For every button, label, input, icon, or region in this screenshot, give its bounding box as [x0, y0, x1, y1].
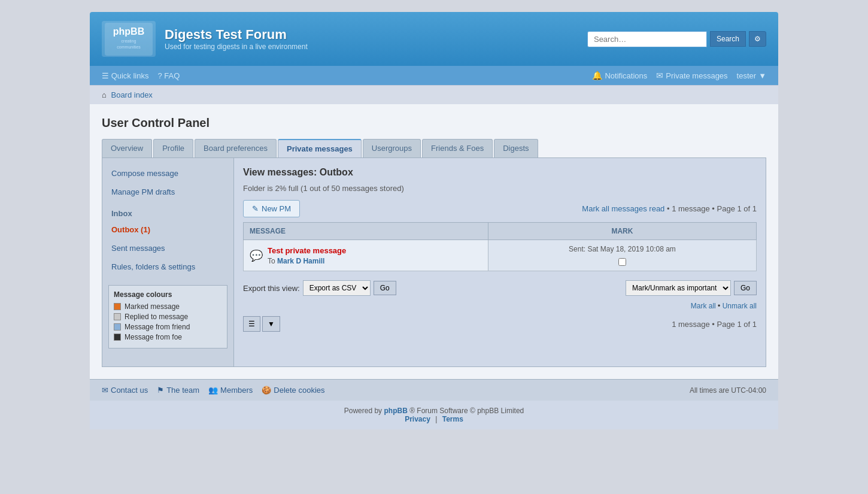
message-colours-legend: Message colours Marked message Replied t… [108, 285, 227, 348]
replied-color [114, 313, 121, 320]
tab-digests[interactable]: Digests [494, 139, 538, 157]
foe-label: Message from foe [125, 333, 182, 341]
faq-icon: ? [157, 71, 162, 80]
legend-foe: Message from foe [114, 333, 222, 341]
header: phpBB creating communities Digests Test … [90, 12, 778, 66]
content-panel: Compose message Manage PM drafts Inbox O… [102, 157, 766, 367]
export-left: Export this view: Export as CSV Go [243, 280, 396, 296]
action-buttons: ☰ ▼ [243, 316, 280, 332]
new-pm-icon: ✎ [252, 204, 259, 213]
sent-messages-link[interactable]: Sent messages [102, 239, 233, 257]
col-mark: MARK [488, 223, 756, 240]
bottom-controls: ☰ ▼ 1 message • Page 1 of 1 [243, 316, 757, 332]
legal-links: Privacy | Terms [96, 415, 772, 423]
contact-link[interactable]: ✉ Contact us [102, 386, 148, 395]
forum-title: Digests Test Forum [165, 27, 308, 43]
forum-subtitle: Used for testing digests in a live envir… [165, 43, 308, 51]
new-pm-button[interactable]: ✎ New PM [243, 200, 300, 217]
faq-link[interactable]: ? FAQ [157, 71, 180, 80]
unmark-all-link[interactable]: Unmark all [723, 302, 757, 310]
logo-area: phpBB creating communities Digests Test … [102, 21, 308, 57]
footer-bar: ✉ Contact us ⚑ The team 👥 Members 🍪 Dele… [90, 379, 778, 401]
members-icon: 👥 [208, 386, 218, 395]
user-menu[interactable]: tester ▼ [737, 71, 766, 80]
bell-icon: 🔔 [592, 71, 602, 80]
message-recipient: To Mark D Hamill [268, 257, 346, 265]
pm-main-panel: View messages: Outbox Folder is 2% full … [234, 158, 766, 366]
replied-label: Replied to message [125, 313, 188, 321]
export-go-button[interactable]: Go [374, 281, 396, 295]
mark-all-link[interactable]: Mark all [691, 302, 716, 310]
advanced-search-button[interactable]: ⚙ [749, 31, 766, 47]
message-table: MESSAGE MARK 💬 Test private message [243, 222, 757, 271]
tab-board-preferences[interactable]: Board preferences [195, 139, 277, 157]
powered-by-line: Powered by phpBB ® Forum Software © phpB… [96, 407, 772, 415]
team-icon: ⚑ [157, 386, 164, 395]
footer-links: ✉ Contact us ⚑ The team 👥 Members 🍪 Dele… [102, 386, 325, 395]
cookies-icon: 🍪 [262, 386, 271, 395]
action-list-button[interactable]: ☰ [243, 316, 260, 332]
footer-timezone: All times are UTC-04:00 [690, 386, 766, 395]
marked-color [114, 303, 121, 310]
search-area: Search ⚙ [587, 31, 766, 47]
main-content: User Control Panel Overview Profile Boar… [90, 104, 778, 379]
friend-label: Message from friend [125, 323, 190, 331]
quick-links-menu[interactable]: ☰ Quick links [102, 71, 148, 80]
privacy-link[interactable]: Privacy [405, 415, 430, 423]
export-label: Export this view: [243, 284, 300, 293]
action-dropdown-button[interactable]: ▼ [262, 316, 280, 332]
foe-color [114, 334, 121, 341]
compose-message-link[interactable]: Compose message [102, 164, 233, 183]
message-cell: 💬 Test private message To Mark D Hamill [244, 240, 488, 271]
message-icon: 💬 [250, 249, 263, 262]
tab-usergroups[interactable]: Usergroups [363, 139, 421, 157]
folder-name: Outbox [320, 167, 353, 177]
rules-folders-link[interactable]: Rules, folders & settings [102, 257, 233, 276]
mark-action-select[interactable]: Mark/Unmark as important [626, 280, 731, 296]
pagination-bottom: 1 message • Page 1 of 1 [672, 320, 757, 329]
tab-private-messages[interactable]: Private messages [278, 139, 362, 157]
outbox-link[interactable]: Outbox (1) [102, 220, 233, 239]
svg-text:creating: creating [122, 39, 136, 44]
manage-drafts-link[interactable]: Manage PM drafts [102, 183, 233, 201]
message-subject-link[interactable]: Test private message [268, 246, 346, 255]
phpbb-logo: phpBB creating communities [102, 21, 156, 57]
tab-friends-foes[interactable]: Friends & Foes [422, 139, 493, 157]
export-select[interactable]: Export as CSV [303, 280, 371, 296]
search-button[interactable]: Search [710, 31, 746, 47]
svg-text:phpBB: phpBB [113, 26, 144, 37]
phpbb-link[interactable]: phpBB [384, 407, 407, 415]
search-input[interactable] [587, 31, 707, 47]
legend-marked: Marked message [114, 302, 222, 311]
mark-all-row: Mark all • Unmark all [243, 302, 757, 310]
message-date: Sent: Sat May 18, 2019 10:08 am [569, 245, 676, 253]
recipient-link[interactable]: Mark D Hamill [277, 257, 324, 265]
export-right: Mark/Unmark as important Go [626, 280, 757, 296]
mark-checkbox[interactable] [618, 258, 626, 266]
col-message: MESSAGE [244, 223, 488, 240]
view-title: View messages: Outbox [243, 167, 757, 178]
envelope-icon: ✉ [656, 71, 663, 80]
navbar: ☰ Quick links ? FAQ 🔔 Notifications ✉ Pr… [90, 66, 778, 85]
tab-overview[interactable]: Overview [102, 139, 152, 157]
tab-profile[interactable]: Profile [153, 139, 193, 157]
inbox-section-label: Inbox [102, 204, 233, 220]
mark-all-read-link[interactable]: Mark all messages read [582, 204, 664, 213]
private-messages-link[interactable]: ✉ Private messages [656, 71, 727, 80]
pm-sidebar: Compose message Manage PM drafts Inbox O… [102, 158, 234, 366]
quick-links-icon: ☰ [102, 71, 109, 80]
mark-go-button[interactable]: Go [734, 281, 757, 295]
breadcrumb: ⌂ Board index [90, 85, 778, 104]
board-index-link[interactable]: Board index [111, 90, 152, 99]
legend-replied: Replied to message [114, 313, 222, 321]
bottom-footer: Powered by phpBB ® Forum Software © phpB… [90, 401, 778, 429]
members-link[interactable]: 👥 Members [208, 386, 253, 395]
tabs: Overview Profile Board preferences Priva… [102, 139, 766, 157]
export-row: Export this view: Export as CSV Go Mark/… [243, 277, 757, 299]
user-dropdown-icon: ▼ [758, 71, 766, 80]
legend-friend: Message from friend [114, 323, 222, 331]
the-team-link[interactable]: ⚑ The team [157, 386, 199, 395]
terms-link[interactable]: Terms [442, 415, 463, 423]
notifications-link[interactable]: 🔔 Notifications [592, 71, 647, 80]
delete-cookies-link[interactable]: 🍪 Delete cookies [262, 386, 324, 395]
